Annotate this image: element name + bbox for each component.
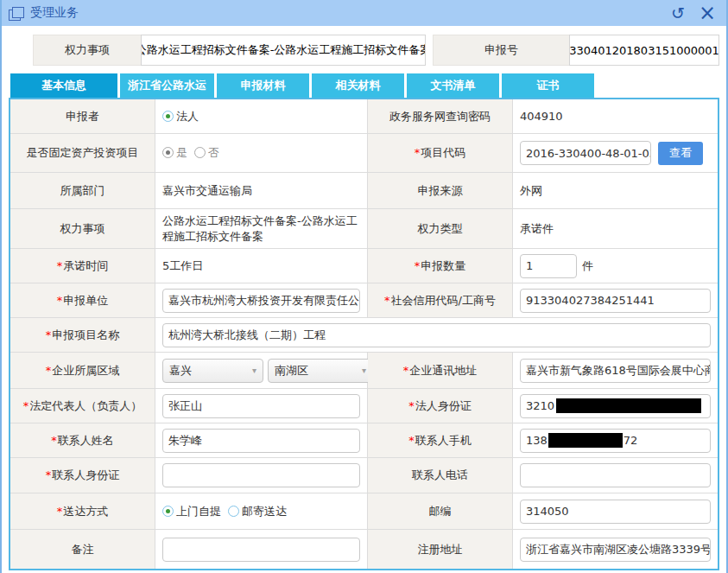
contact-id-label: *联系人身份证 xyxy=(10,458,155,493)
promise-time-value: 5工作日 xyxy=(155,249,368,283)
promise-time-label: *承诺时间 xyxy=(10,249,155,283)
legal-id-label: *法人身份证 xyxy=(368,389,513,423)
application-no-value: 330401201803151000001 xyxy=(569,35,719,66)
form-row: 所属部门 嘉兴市交通运输局 申报来源 外网 xyxy=(10,173,718,209)
main-content: 权力事项 公路水运工程招标文件备案-公路水运工程施工招标文件备案 申报号 330… xyxy=(2,35,726,570)
fixed-asset-no-group: 否 xyxy=(194,145,219,161)
city-select[interactable]: 嘉兴 ▾ xyxy=(162,359,263,383)
remark-label: 备注 xyxy=(10,530,155,569)
project-code-input[interactable]: 2016-330400-48-01-03449 xyxy=(520,141,651,165)
project-code-label: *项目代码 xyxy=(368,134,513,172)
comm-address-cell: 嘉兴市新气象路618号国际会展中心商务楼 xyxy=(513,353,718,388)
fixed-asset-value-cell: 是 否 xyxy=(155,134,368,172)
power-type-label: 权力类型 xyxy=(368,209,513,248)
fixed-asset-no-radio xyxy=(194,147,206,158)
form-row: 申报者 法人 政务服务网查询密码 404910 xyxy=(10,99,718,134)
title-bar: 受理业务 ↺ × xyxy=(2,0,726,26)
contact-mobile-input[interactable]: 138 72 xyxy=(520,429,711,453)
declare-unit-cell: 嘉兴市杭州湾大桥投资开发有限责任公司 xyxy=(155,283,368,317)
chevron-down-icon: ▾ xyxy=(252,365,256,377)
quantity-label: *申报数量 xyxy=(368,249,513,283)
remark-input[interactable] xyxy=(162,538,360,562)
form-row: 是否固定资产投资项目 是 否 *项目代码 2016-330400-48-01-0… xyxy=(10,134,718,173)
contact-id-input[interactable] xyxy=(162,463,360,487)
contact-phone-cell xyxy=(513,458,718,493)
legal-person-label: *法定代表人（负责人） xyxy=(10,389,155,423)
postcode-input[interactable]: 314050 xyxy=(520,500,711,524)
view-button[interactable]: 查看 xyxy=(658,142,703,165)
header-strip: 权力事项 公路水运工程招标文件备案-公路水运工程施工招标文件备案 申报号 330… xyxy=(33,35,719,66)
district-select-value: 南湖区 xyxy=(275,363,308,379)
form-row: 权力事项 公路水运工程招标文件备案-公路水运工程施工招标文件备案 权力类型 承诺… xyxy=(10,209,718,249)
legal-person-input[interactable]: 张正山 xyxy=(162,394,360,418)
project-name-input[interactable]: 杭州湾大桥北接线（二期）工程 xyxy=(162,323,711,347)
fixed-asset-label: 是否固定资产投资项目 xyxy=(10,134,155,172)
city-select-value: 嘉兴 xyxy=(169,363,192,379)
power-item-value: 公路水运工程招标文件备案-公路水运工程施工招标文件备案 xyxy=(155,209,368,248)
contact-name-cell: 朱学峰 xyxy=(155,423,368,457)
tab-zhejiang-highway-waterway[interactable]: 浙江省公路水运 xyxy=(120,73,214,98)
application-no-label: 申报号 xyxy=(433,35,569,66)
redaction-bar xyxy=(548,433,623,448)
power-item-label: 权力事项 xyxy=(10,209,155,248)
department-label: 所属部门 xyxy=(10,173,155,208)
region-cell: 嘉兴 ▾ 南湖区 ▾ xyxy=(155,353,368,388)
form-row: *送达方式 上门自提 邮寄送达 邮编 314050 xyxy=(10,493,718,530)
declarant-value-cell: 法人 xyxy=(155,99,368,133)
tab-related-materials[interactable]: 相关材料 xyxy=(312,73,404,98)
contact-phone-label: 联系人电话 xyxy=(368,458,513,493)
fixed-asset-no-label: 否 xyxy=(208,145,219,161)
contact-name-input[interactable]: 朱学峰 xyxy=(162,429,360,453)
window-title: 受理业务 xyxy=(30,5,79,21)
contact-mobile-label: *联系人手机 xyxy=(368,423,513,457)
contact-id-cell xyxy=(155,458,368,493)
declarant-radio-group: 法人 xyxy=(162,109,199,124)
refresh-icon[interactable]: ↺ xyxy=(671,5,685,22)
delivery-label: *送达方式 xyxy=(10,493,155,529)
mail-radio[interactable] xyxy=(228,506,239,517)
pickup-radio-label: 上门自提 xyxy=(176,504,221,519)
form-row: *申报项目名称 杭州湾大桥北接线（二期）工程 xyxy=(10,318,718,353)
legal-id-input[interactable]: 3210 xyxy=(520,394,711,418)
tab-document-list[interactable]: 文书清单 xyxy=(407,73,499,98)
close-icon[interactable]: × xyxy=(699,3,716,23)
basic-info-form: 申报者 法人 政务服务网查询密码 404910 是否固定资产投资项目 是 xyxy=(9,98,719,570)
pickup-radio[interactable] xyxy=(162,506,174,517)
form-row: *承诺时间 5工作日 *申报数量 1 件 xyxy=(10,249,718,283)
delivery-cell: 上门自提 邮寄送达 xyxy=(155,493,368,529)
quantity-unit: 件 xyxy=(582,258,593,274)
credit-code-input[interactable]: 913304027384251441 xyxy=(520,289,711,313)
quantity-input[interactable]: 1 xyxy=(520,254,577,278)
form-row: *企业所属区域 嘉兴 ▾ 南湖区 ▾ *企业通讯地址 嘉兴市新气象路 xyxy=(10,353,718,389)
credit-code-label: *社会信用代码/工商号 xyxy=(368,283,513,317)
legal-id-prefix: 3210 xyxy=(526,399,554,412)
comm-address-label: *企业通讯地址 xyxy=(368,353,513,388)
form-row: *法定代表人（负责人） 张正山 *法人身份证 3210 xyxy=(10,389,718,423)
legal-person-cell: 张正山 xyxy=(155,389,368,423)
tab-basic-info[interactable]: 基本信息 xyxy=(10,73,117,98)
tab-bar: 基本信息 浙江省公路水运 申报材料 相关材料 文书清单 证书 xyxy=(10,73,719,98)
form-row: *联系人身份证 联系人电话 xyxy=(10,458,718,493)
chevron-down-icon: ▾ xyxy=(362,365,366,377)
district-select[interactable]: 南湖区 ▾ xyxy=(268,359,373,383)
tab-certificate[interactable]: 证书 xyxy=(502,73,594,98)
declare-unit-input[interactable]: 嘉兴市杭州湾大桥投资开发有限责任公司 xyxy=(162,289,360,313)
legal-person-radio-label: 法人 xyxy=(176,109,199,124)
comm-address-input[interactable]: 嘉兴市新气象路618号国际会展中心商务楼 xyxy=(520,359,711,383)
reg-address-cell: 浙江省嘉兴市南湖区凌公塘路3339号（嘉 xyxy=(513,530,718,569)
legal-person-radio[interactable] xyxy=(162,111,174,122)
contact-phone-input[interactable] xyxy=(520,463,711,487)
remark-cell xyxy=(155,530,368,569)
contact-mobile-suffix: 72 xyxy=(624,434,638,447)
declarant-label: 申报者 xyxy=(10,99,155,133)
project-name-label: *申报项目名称 xyxy=(10,318,155,352)
fixed-asset-yes-radio xyxy=(162,147,174,158)
power-item-header-label: 权力事项 xyxy=(33,35,141,66)
fixed-asset-yes-group: 是 xyxy=(162,145,187,161)
postcode-cell: 314050 xyxy=(513,493,718,529)
form-row: 备注 注册地址 浙江省嘉兴市南湖区凌公塘路3339号（嘉 xyxy=(10,530,718,569)
region-label: *企业所属区域 xyxy=(10,353,155,388)
tab-declaration-materials[interactable]: 申报材料 xyxy=(217,73,309,98)
reg-address-input[interactable]: 浙江省嘉兴市南湖区凌公塘路3339号（嘉 xyxy=(520,538,711,562)
quantity-cell: 1 件 xyxy=(513,249,718,283)
